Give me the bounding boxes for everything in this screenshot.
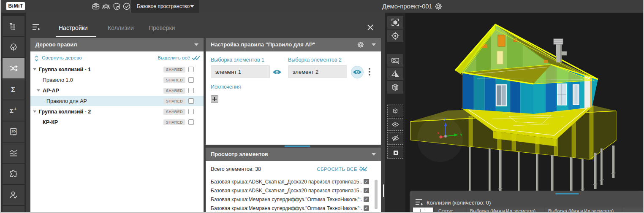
select-elements-icon[interactable]: [387, 105, 403, 117]
select-all-link[interactable]: Выделить всё: [158, 55, 190, 60]
sigma-plus-icon: Σ +: [9, 106, 18, 115]
shield-security-icon[interactable]: [112, 2, 121, 11]
element-checked-checkbox[interactable]: ✓: [364, 205, 369, 211]
sidebar-item-structure-tree[interactable]: [3, 16, 24, 36]
element-checked-checkbox[interactable]: ✓: [364, 179, 369, 184]
rule-tree-header: Дерево правил: [30, 38, 204, 51]
collapse-tree-link[interactable]: Свернуть дерево: [42, 55, 82, 60]
tree-row-checkbox[interactable]: [188, 88, 194, 93]
show-elements-icon[interactable]: [387, 118, 403, 131]
locate-icon[interactable]: [387, 30, 403, 42]
collapse-section-icon[interactable]: [372, 153, 376, 156]
tree-row[interactable]: АР-АР SHARED: [30, 85, 204, 96]
tab-checks[interactable]: Проверки: [149, 24, 175, 31]
collisions-menu-icon[interactable]: [415, 199, 424, 206]
splitter-grip[interactable]: [285, 146, 310, 147]
tree-row-checkbox[interactable]: [188, 109, 194, 114]
panel-splitter[interactable]: [206, 145, 381, 148]
sidebar-item-collisions[interactable]: [3, 58, 24, 78]
element-list-item[interactable]: Базовая крыша:ADSK_Скатная_Доска20 парои…: [211, 186, 372, 195]
selection2-input[interactable]: [288, 65, 347, 78]
sidebar-item-charts[interactable]: [3, 143, 24, 163]
tree-toolbar: Свернуть дерево Выделить всё: [30, 51, 204, 64]
check-circle-icon[interactable]: [122, 2, 131, 11]
sidebar-item-more[interactable]: [3, 206, 24, 212]
sidebar-item-user-check[interactable]: [3, 185, 24, 205]
section-plane-icon[interactable]: [387, 67, 403, 80]
collision-column-header[interactable]: Выборка (Имя и Ид элемента): [467, 208, 544, 212]
element-checked-checkbox[interactable]: ✓: [364, 188, 369, 193]
elements-total: Всего элементов: 38: [211, 166, 261, 172]
uncheck-all-icon[interactable]: [359, 166, 367, 172]
collisions-panel: Коллизии (количество: 0) СтатусВыборка (…: [410, 191, 644, 212]
orbit-sphere: [417, 116, 463, 162]
tab-settings[interactable]: Настройки: [59, 24, 88, 31]
projects-briefcase-icon[interactable]: [92, 2, 100, 11]
measure-icon[interactable]: [387, 54, 403, 67]
rule-settings-column: Настройка правила "Правило для АР" Выбор…: [206, 38, 381, 212]
caret-down-icon[interactable]: [37, 89, 41, 92]
team-icon[interactable]: [102, 2, 110, 11]
tree-row-label: Группа коллизий - 1: [39, 67, 91, 73]
panel-scrollbar[interactable]: [383, 184, 384, 197]
tree-row-checkbox[interactable]: [188, 77, 194, 83]
elements-scrollbar[interactable]: [375, 180, 378, 209]
collisions-title: Коллизии (количество: 0): [427, 200, 491, 206]
eye-active-icon[interactable]: [351, 66, 364, 78]
collapse-section-icon[interactable]: [194, 43, 198, 46]
element-checked-checkbox[interactable]: ✓: [364, 197, 369, 202]
eye-icon[interactable]: [272, 69, 282, 75]
rule-settings-header: Настройка правила "Правило для АР": [206, 38, 381, 51]
reset-all-link[interactable]: СБРОСИТЬ ВСЁ: [317, 167, 357, 172]
add-exclusion-button[interactable]: [211, 95, 218, 103]
tree-row[interactable]: КР-КР SHARED: [30, 117, 204, 127]
collision-column-header[interactable]: Выборка (Имя и Ид элемента): [545, 208, 622, 212]
sidebar-item-2d-docs[interactable]: 2D: [3, 121, 24, 142]
element-list-item[interactable]: Базовая крыша:Мемрана супердиффуз."Оптим…: [211, 204, 372, 212]
bimit-logo: BiMiT: [6, 2, 25, 10]
workspace-selector[interactable]: Базовое пространство: [131, 0, 199, 13]
shared-badge: SHARED: [163, 88, 185, 94]
tab-collisions[interactable]: Коллизии: [108, 24, 134, 31]
exclusions-link[interactable]: Исключения: [211, 84, 241, 90]
selection2-link[interactable]: Выборка элементов 2: [288, 57, 342, 63]
sidebar-item-sum-plus[interactable]: Σ +: [3, 100, 24, 121]
kebab-menu-icon[interactable]: [369, 68, 370, 77]
selection1-input[interactable]: [211, 65, 270, 78]
caret-down-icon[interactable]: [33, 111, 38, 113]
collision-column-header[interactable]: [622, 208, 643, 212]
panel-drag-handle[interactable]: [555, 193, 579, 194]
axis-x-label: X: [437, 131, 440, 135]
sidebar-item-plugins[interactable]: [3, 164, 24, 184]
axis-z-label: Z: [444, 118, 446, 122]
panel-menu-icon[interactable]: [32, 24, 41, 31]
element-list-item[interactable]: Базовая крыша:ADSK_Скатная_Доска20 парои…: [211, 177, 372, 186]
selection1-link[interactable]: Выборка элементов 1: [211, 57, 264, 63]
project-settings-gear-icon[interactable]: [435, 3, 442, 10]
zoom-fit-icon[interactable]: [387, 16, 403, 29]
element-list-item[interactable]: Базовая крыша:Мемрана супердиффуз."Оптим…: [211, 195, 372, 204]
double-check-icon[interactable]: [192, 55, 200, 61]
close-icon[interactable]: [367, 24, 374, 31]
tree-row-checkbox[interactable]: [188, 98, 194, 104]
clear-selection-icon[interactable]: [387, 146, 403, 159]
caret-down-icon[interactable]: [33, 68, 38, 70]
tree-row-label: Правило для АР: [46, 98, 87, 104]
3d-viewport[interactable]: Z Y X: [405, 13, 644, 212]
tree-row[interactable]: Правило для АР SHARED: [30, 96, 204, 106]
partial-icon: [9, 211, 18, 212]
collision-select-all-checkbox[interactable]: [420, 209, 425, 212]
rule-gear-icon[interactable]: [357, 41, 364, 48]
sidebar-item-sum[interactable]: Σ: [3, 79, 24, 100]
tree-row[interactable]: Группа коллизий - 2 SHARED: [30, 106, 204, 117]
hide-elements-icon[interactable]: [387, 132, 403, 145]
tree-row[interactable]: Группа коллизий - 1 SHARED: [30, 64, 204, 75]
tree-row[interactable]: Правило 1.0 SHARED: [30, 75, 204, 85]
collision-column-header[interactable]: Статус: [435, 208, 466, 212]
tree-row-checkbox[interactable]: [188, 67, 194, 72]
collapse-section-icon[interactable]: [372, 43, 376, 46]
sidebar-item-model-tree[interactable]: [3, 37, 24, 57]
section-box-icon[interactable]: [387, 81, 403, 94]
tree-row-checkbox[interactable]: [188, 119, 194, 125]
chevron-down-icon: [190, 5, 194, 8]
